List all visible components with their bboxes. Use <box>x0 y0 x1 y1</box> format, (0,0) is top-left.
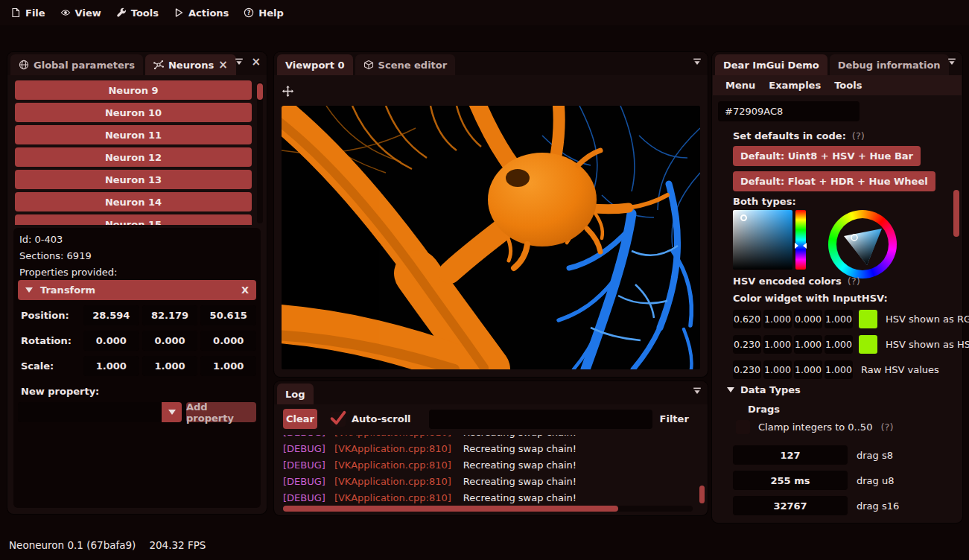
hsv-value-field[interactable]: 1.000 <box>794 360 822 379</box>
data-types-tree-node[interactable]: Data Types <box>727 384 801 395</box>
hsv-row-label: HSV shown as HSV <box>886 339 969 350</box>
scale-label: Scale: <box>18 360 80 372</box>
tab-neurons[interactable]: Neurons × <box>145 54 236 75</box>
hsv-value-field[interactable]: 0.620 <box>733 310 761 328</box>
set-defaults-row: Set defaults in code: (?) <box>733 130 865 141</box>
rotation-z-field[interactable]: 0.000 <box>200 331 256 351</box>
position-y-field[interactable]: 82.179 <box>142 305 198 325</box>
menu-tools[interactable]: Tools <box>109 0 166 25</box>
tab-list-icon[interactable] <box>947 57 956 66</box>
svg-text:?: ? <box>247 10 251 16</box>
menu-help[interactable]: ? Help <box>236 0 290 25</box>
tab-dear-imgui-demo[interactable]: Dear ImGui Demo <box>715 54 827 75</box>
help-marker: (?) <box>852 130 865 141</box>
neuron-list-item[interactable]: Neuron 15 <box>15 214 252 225</box>
hsv-value-field[interactable]: 0.000 <box>794 310 822 328</box>
neuron-list-item[interactable]: Neuron 14 <box>15 192 252 211</box>
tab-viewport-0[interactable]: Viewport 0 <box>277 54 353 75</box>
combo-arrow-button[interactable] <box>162 402 182 422</box>
log-level: [DEBUG] <box>283 435 325 438</box>
drag-u8-field[interactable]: 255 ms <box>733 471 848 490</box>
log-entries: [DEBUG] [VKApplication.cpp:810] Recreati… <box>283 435 691 505</box>
hsv-value-field[interactable]: 1.000 <box>763 335 792 354</box>
window-close-icon[interactable]: × <box>251 57 261 66</box>
transform-collapsing-header[interactable]: Transform X <box>18 280 256 300</box>
hsv-value-field[interactable]: 1.000 <box>825 310 853 328</box>
hsv-value-field[interactable]: 1.000 <box>825 360 853 379</box>
color-swatch[interactable] <box>859 335 877 354</box>
app-window: File View Tools Actions ? Help Global pa… <box>0 0 969 560</box>
default-uint8-button[interactable]: Default: Uint8 + HSV + Hue Bar <box>733 146 921 166</box>
neuron-list-scrollbar-thumb[interactable] <box>257 83 263 100</box>
tab-list-icon[interactable] <box>693 57 702 66</box>
imgui-menu-examples[interactable]: Examples <box>762 80 827 91</box>
add-property-button[interactable]: Add property <box>186 402 256 422</box>
log-filter-input[interactable] <box>429 410 652 429</box>
input-hsv-label: Color widget with InputHSV: <box>733 293 888 304</box>
neuron-list-item[interactable]: Neuron 13 <box>15 170 252 189</box>
tab-list-icon[interactable] <box>693 386 702 395</box>
menu-actions[interactable]: Actions <box>166 0 236 25</box>
hsv-value-field[interactable]: 0.230 <box>733 360 761 379</box>
neuron-list-item[interactable]: Neuron 12 <box>15 147 252 167</box>
color-swatch[interactable] <box>859 310 877 328</box>
hue-wheel-picker[interactable] <box>828 210 897 279</box>
hsv-value-field[interactable]: 1.000 <box>763 310 792 328</box>
fps-text: 204.32 FPS <box>149 539 206 551</box>
transform-remove-button[interactable]: X <box>241 284 249 296</box>
scale-x-field[interactable]: 1.000 <box>83 356 139 376</box>
scale-row: Scale: 1.000 1.000 1.000 <box>18 356 256 376</box>
viewport-3d-render[interactable] <box>282 106 700 369</box>
imgui-scrollbar-thumb[interactable] <box>953 190 959 237</box>
tab-scene-editor[interactable]: Scene editor <box>355 54 456 75</box>
hsv-value-field[interactable]: 0.230 <box>733 335 761 354</box>
tab-debug-information[interactable]: Debug information <box>830 54 949 75</box>
rotation-y-field[interactable]: 0.000 <box>142 331 198 351</box>
menu-file[interactable]: File <box>3 0 53 25</box>
imgui-menu-tools[interactable]: Tools <box>827 80 868 91</box>
neuron-list-item[interactable]: Neuron 10 <box>15 103 252 122</box>
imgui-menu-menu[interactable]: Menu <box>719 80 762 91</box>
menu-view[interactable]: View <box>53 0 109 25</box>
autoscroll-checkbox[interactable] <box>331 412 346 427</box>
new-property-combo[interactable] <box>18 402 182 422</box>
log-message: Recreating swap chain! <box>463 435 576 438</box>
default-float-button[interactable]: Default: Float + HDR + Hue Wheel <box>733 171 935 191</box>
position-z-field[interactable]: 50.615 <box>200 305 256 325</box>
hsv-value-field[interactable]: 1.000 <box>825 335 853 354</box>
log-vertical-scrollbar-thumb[interactable] <box>699 486 705 503</box>
log-horizontal-scrollbar-thumb[interactable] <box>283 506 618 512</box>
properties-heading: Properties provided: <box>19 267 117 278</box>
log-clear-button[interactable]: Clear <box>283 409 317 429</box>
tab-global-parameters[interactable]: Global parameters <box>10 54 143 75</box>
neuron-list-item[interactable]: Neuron 9 <box>15 80 252 100</box>
hex-color-input[interactable]: #72909AC8 <box>718 101 860 121</box>
saturation-value-picker[interactable] <box>733 210 792 270</box>
drag-s16-field[interactable]: 32767 <box>733 496 848 515</box>
hue-bar-picker[interactable] <box>795 210 806 270</box>
tab-log[interactable]: Log <box>277 384 314 404</box>
clamp-checkbox-label: Clamp integers to 0..50 <box>758 421 872 433</box>
tab-list-icon[interactable] <box>235 57 244 66</box>
tab-neurons-close-icon[interactable]: × <box>218 60 228 69</box>
drag-s8-field[interactable]: 127 <box>733 445 848 465</box>
neuron-list: Neuron 9 Neuron 10 Neuron 11 Neuron 12 N… <box>15 80 252 225</box>
position-x-field[interactable]: 28.594 <box>83 305 139 325</box>
hue-bar-marker <box>803 243 807 249</box>
log-toolbar: Clear Auto-scroll Filter <box>283 409 699 429</box>
move-gizmo-icon[interactable] <box>282 85 294 98</box>
clamp-checkbox[interactable] <box>736 420 750 434</box>
hsv-value-field[interactable]: 1.000 <box>794 335 822 354</box>
log-level: [DEBUG] <box>283 459 325 471</box>
log-level: [DEBUG] <box>283 443 325 454</box>
scale-y-field[interactable]: 1.000 <box>142 356 198 376</box>
hsv-hsv-row: 0.230 1.000 1.000 1.000 HSV shown as HSV <box>733 335 969 354</box>
neuron-list-item[interactable]: Neuron 11 <box>15 125 252 144</box>
drag-u8-row: 255 ms drag u8 <box>733 471 894 490</box>
hsv-value-field[interactable]: 1.000 <box>763 360 792 379</box>
rotation-x-field[interactable]: 0.000 <box>83 331 139 351</box>
log-message: Recreating swap chain! <box>463 492 576 503</box>
drags-label: Drags <box>748 404 780 415</box>
scale-z-field[interactable]: 1.000 <box>200 356 256 376</box>
log-source: [VKApplication.cpp:810] <box>334 459 451 471</box>
